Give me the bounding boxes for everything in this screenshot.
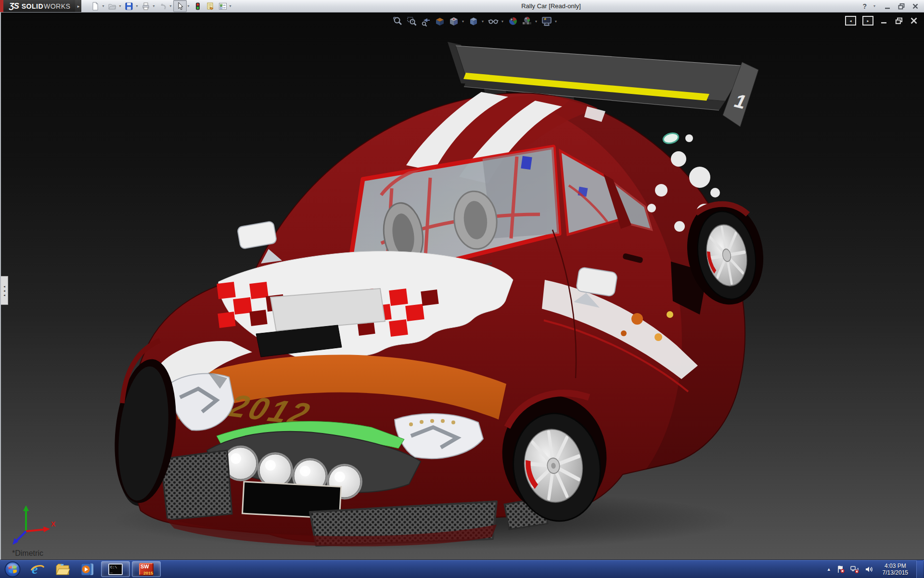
taskbar: e C:\ _ SW 2015 ▲ <box>0 560 924 578</box>
folder-icon <box>55 562 70 577</box>
command-prompt-icon: C:\ _ <box>108 564 123 575</box>
show-desktop-button[interactable] <box>916 560 923 578</box>
window-controls: ? ▾ <box>862 0 919 12</box>
restore-button[interactable] <box>898 2 905 10</box>
graphics-viewport[interactable]: ▾ ▾ ▾ <box>0 12 924 560</box>
dropdown-caret[interactable]: ▾ <box>102 4 104 8</box>
dropdown-caret[interactable]: ▾ <box>187 4 189 8</box>
select-cursor-icon <box>175 1 185 11</box>
minimize-button[interactable] <box>884 2 891 10</box>
volume-icon[interactable] <box>865 565 873 574</box>
view-orientation-label: *Dimetric <box>12 549 43 558</box>
undo-icon <box>158 1 167 11</box>
help-button[interactable]: ? <box>862 2 867 10</box>
dropdown-caret[interactable]: ▾ <box>119 4 121 8</box>
main-toolbar: ▾ ▾ ▾ ▾ ▾ <box>89 0 233 12</box>
dropdown-caret[interactable]: ▾ <box>230 4 231 8</box>
system-tray: ▲ 4:03 PM 7/13/2015 <box>827 560 924 578</box>
document-title: Rally Car [Read-only] <box>481 2 621 10</box>
print-button[interactable] <box>140 0 152 12</box>
solidworks-logo-mark: ƷS <box>9 1 19 11</box>
select-tool-button[interactable] <box>173 0 187 12</box>
open-button[interactable] <box>106 0 118 12</box>
start-button[interactable] <box>0 560 25 578</box>
save-floppy-icon <box>124 1 134 11</box>
titlebar-red-edge <box>0 0 3 12</box>
file-properties-icon <box>205 1 215 11</box>
mirror-left <box>237 221 282 263</box>
print-icon <box>141 1 151 11</box>
options-button[interactable] <box>217 0 229 12</box>
reference-triad: X <box>8 501 56 545</box>
solidworks-brand-light: WORKS <box>44 2 70 10</box>
solidworks-logo[interactable]: ƷS SOLID WORKS <box>3 0 75 12</box>
solidworks-brand-bold: SOLID <box>22 2 43 10</box>
taskbar-media-player[interactable] <box>75 560 100 578</box>
rebuild-button[interactable] <box>192 0 204 12</box>
options-checklist-icon <box>218 1 228 11</box>
taskbar-solidworks-2015[interactable]: SW 2015 <box>132 561 161 577</box>
network-disconnected-icon[interactable] <box>850 565 860 574</box>
dropdown-caret[interactable]: ▾ <box>873 4 875 8</box>
new-button[interactable] <box>89 0 102 12</box>
titlebar: ƷS SOLID WORKS ▸ ▾ ▾ ▾ <box>0 0 924 13</box>
dropdown-caret[interactable]: ▾ <box>169 4 171 8</box>
menu-expand-arrow[interactable]: ▸ <box>75 0 81 12</box>
action-center-flag-icon[interactable] <box>836 565 845 574</box>
taskbar-command-prompt[interactable]: C:\ _ <box>101 561 130 577</box>
dropdown-caret[interactable]: ▾ <box>136 4 138 8</box>
close-button[interactable] <box>911 2 919 10</box>
open-folder-icon <box>107 1 117 11</box>
solidworks-2015-icon: SW 2015 <box>139 563 154 576</box>
tray-date: 7/13/2015 <box>883 569 908 576</box>
solidworks-version-badge: 2015 <box>143 571 153 576</box>
file-properties-button[interactable] <box>204 0 217 12</box>
taskbar-internet-explorer[interactable]: e <box>25 560 50 578</box>
dropdown-caret[interactable]: ▾ <box>153 4 154 8</box>
new-document-icon <box>90 1 100 11</box>
tray-clock[interactable]: 4:03 PM 7/13/2015 <box>883 563 908 576</box>
taskbar-windows-explorer[interactable] <box>50 560 75 578</box>
triad-x-label: X <box>51 520 56 528</box>
tray-time: 4:03 PM <box>883 563 908 569</box>
bumper-mesh-left <box>161 450 232 520</box>
internet-explorer-icon: e <box>30 562 45 577</box>
media-player-icon <box>80 562 95 577</box>
rebuild-traffic-light-icon <box>193 1 203 11</box>
rally-car-model[interactable]: 1 <box>1 12 924 560</box>
teal-oval-decal <box>662 131 680 145</box>
undo-button[interactable] <box>156 0 169 12</box>
windows-start-orb-icon <box>4 561 21 578</box>
save-button[interactable] <box>123 0 135 12</box>
show-hidden-icons-button[interactable]: ▲ <box>827 567 831 572</box>
